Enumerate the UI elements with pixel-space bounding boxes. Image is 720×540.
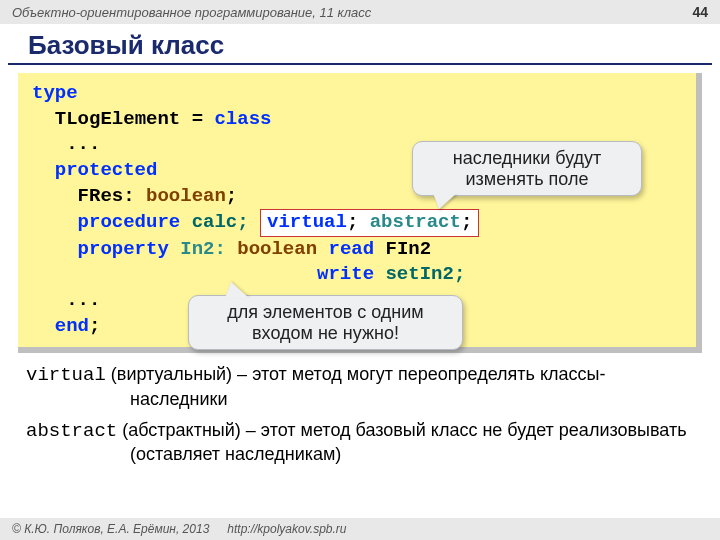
footer-url: http://kpolyakov.spb.ru — [227, 522, 346, 536]
kw-write: write — [317, 263, 374, 285]
identifier-in2: In2: — [169, 238, 237, 260]
code-text: ... — [32, 133, 100, 155]
copyright: © К.Ю. Поляков, Е.А. Ерёмин, 2013 — [12, 522, 209, 536]
callout-line: входом не нужно! — [203, 323, 448, 344]
code-text — [32, 238, 78, 260]
code-text — [32, 315, 55, 337]
kw-end: end — [55, 315, 89, 337]
kw-procedure: procedure — [78, 211, 181, 233]
code-text: ; — [461, 211, 472, 233]
identifier-fin2: FIn2 — [374, 238, 431, 260]
kw-protected: protected — [32, 159, 157, 181]
footer: © К.Ю. Поляков, Е.А. Ерёмин, 2013 http:/… — [0, 518, 720, 540]
code-text — [32, 211, 78, 233]
page-title: Базовый класс — [8, 24, 712, 65]
identifier-setin2: setIn2; — [374, 263, 465, 285]
kw-virtual-label: virtual — [26, 364, 106, 386]
kw-type: type — [32, 82, 78, 104]
callout-inherit: наследники будут изменять поле — [412, 141, 642, 196]
identifier-calc: calc; — [180, 211, 260, 233]
explain-text: (абстрактный) – этот метод базовый класс… — [117, 420, 686, 465]
code-text — [32, 263, 317, 285]
kw-class: class — [214, 108, 271, 130]
kw-abstract-label: abstract — [26, 420, 117, 442]
explain-virtual: virtual (виртуальный) – этот метод могут… — [26, 363, 694, 410]
page-number: 44 — [692, 4, 708, 20]
callout-tail-icon — [433, 193, 457, 209]
virtual-abstract-box: virtual; abstract; — [260, 209, 479, 237]
code-text: FRes: — [32, 185, 146, 207]
callout-line: изменять поле — [427, 169, 627, 190]
kw-read: read — [328, 238, 374, 260]
code-block-wrap: type TLogElement = class ... protected F… — [18, 73, 702, 353]
code-text: ... — [32, 289, 100, 311]
code-text: = — [180, 108, 214, 130]
course-title: Объектно-ориентированное программировани… — [12, 5, 371, 20]
explain-abstract: abstract (абстрактный) – этот метод базо… — [26, 419, 694, 466]
explain-text: (виртуальный) – этот метод могут переопр… — [106, 364, 606, 409]
code-text: ; — [226, 185, 237, 207]
code-text: ; — [89, 315, 100, 337]
callout-single-input: для элементов с одним входом не нужно! — [188, 295, 463, 350]
kw-property: property — [78, 238, 169, 260]
callout-line: для элементов с одним — [203, 302, 448, 323]
callout-tail-icon — [225, 282, 249, 298]
kw-virtual: virtual — [267, 211, 347, 233]
kw-boolean: boolean — [146, 185, 226, 207]
code-text: ; — [347, 211, 370, 233]
kw-boolean: boolean — [237, 238, 317, 260]
callout-line: наследники будут — [427, 148, 627, 169]
code-text — [32, 108, 55, 130]
identifier-tlogelement: TLogElement — [55, 108, 180, 130]
kw-abstract: abstract — [370, 211, 461, 233]
code-text — [317, 238, 328, 260]
header-band: Объектно-ориентированное программировани… — [0, 0, 720, 24]
